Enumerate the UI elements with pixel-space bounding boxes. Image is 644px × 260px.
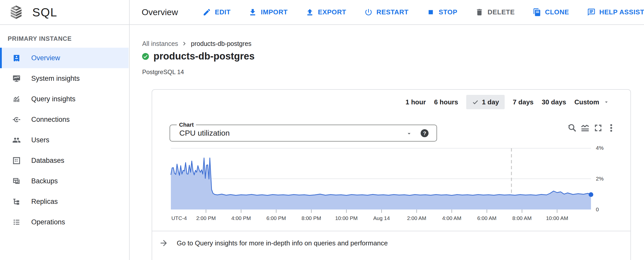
caret-down-icon bbox=[603, 99, 609, 105]
sidebar-item-replicas[interactable]: Replicas bbox=[0, 191, 129, 212]
more-vert-icon[interactable] bbox=[606, 123, 616, 133]
check-icon bbox=[472, 99, 479, 106]
latest-value-dot bbox=[589, 192, 593, 197]
time-range-label: 7 days bbox=[513, 98, 534, 106]
sidebar-item-query-insights[interactable]: Query insights bbox=[0, 89, 129, 109]
y-axis-tick-label: 4% bbox=[596, 145, 604, 151]
time-range-label: 30 days bbox=[542, 98, 566, 106]
time-range-tabs: 1 hour6 hours1 day7 days30 daysCustom bbox=[406, 95, 609, 109]
action-label: HELP ASSISTANT bbox=[599, 8, 644, 16]
trash-icon bbox=[475, 8, 484, 16]
x-axis-tick-label: 8:00 AM bbox=[512, 215, 532, 221]
sidebar-item-system-insights[interactable]: System insights bbox=[0, 68, 129, 89]
x-axis-tick-label: 2:00 PM bbox=[196, 215, 216, 221]
cloud-sql-console: SQL Overview EDITIMPORTEXPORTRESTARTSTOP… bbox=[0, 0, 644, 260]
timezone-label: UTC-4 bbox=[171, 215, 187, 221]
time-range-label: 6 hours bbox=[434, 98, 458, 106]
chart-toolbar bbox=[567, 123, 616, 133]
product-home-link[interactable]: SQL bbox=[0, 0, 130, 24]
chart-metric-select[interactable]: Chart CPU utilization ? bbox=[170, 125, 437, 142]
cpu-utilization-chart[interactable] bbox=[171, 148, 591, 213]
x-axis-tick-label: 10:00 AM bbox=[546, 215, 568, 221]
sidebar-item-label: Connections bbox=[31, 116, 70, 124]
sidebar-item-label: Query insights bbox=[31, 95, 76, 103]
chevron-right-icon bbox=[181, 40, 188, 47]
x-axis-tick-label: 6:00 PM bbox=[266, 215, 286, 221]
card-divider bbox=[152, 231, 630, 231]
x-axis-tick-label: 10:00 PM bbox=[335, 215, 358, 221]
time-range-1-day[interactable]: 1 day bbox=[466, 95, 505, 109]
area-chart-icon[interactable] bbox=[580, 123, 590, 133]
instance-title-row: products-db-postgres bbox=[141, 51, 255, 62]
action-label: CLONE bbox=[545, 8, 569, 16]
sidebar-item-users[interactable]: Users bbox=[0, 130, 129, 150]
pencil-icon bbox=[203, 8, 211, 16]
query-insights-link[interactable]: Go to Query insights for more in-depth i… bbox=[177, 239, 388, 247]
caret-down-icon bbox=[406, 130, 412, 137]
fullscreen-icon[interactable] bbox=[593, 123, 603, 133]
sidebar-item-label: System insights bbox=[31, 75, 80, 83]
stop-icon bbox=[427, 8, 435, 16]
main-content: All instances products-db-postgres produ… bbox=[130, 25, 644, 260]
sidebar-item-label: Databases bbox=[31, 157, 64, 165]
chart-select-label: Chart bbox=[177, 122, 196, 128]
y-axis-labels: 02%4% bbox=[596, 148, 621, 209]
sidebar-item-label: Replicas bbox=[31, 198, 58, 206]
delete-button[interactable]: DELETE bbox=[475, 8, 515, 16]
chart-select-value: CPU utilization bbox=[179, 129, 230, 137]
action-label: DELETE bbox=[487, 8, 515, 16]
clone-button[interactable]: CLONE bbox=[533, 8, 569, 16]
instance-title: products-db-postgres bbox=[153, 51, 255, 62]
time-range-1-hour[interactable]: 1 hour bbox=[406, 95, 426, 109]
time-range-label: 1 hour bbox=[406, 98, 426, 106]
sidebar-item-overview[interactable]: Overview bbox=[0, 48, 129, 68]
breadcrumb-all-instances[interactable]: All instances bbox=[142, 40, 178, 47]
chart-plot[interactable] bbox=[171, 148, 591, 213]
sidebar-item-label: Backups bbox=[31, 177, 58, 185]
time-range-30-days[interactable]: 30 days bbox=[542, 95, 566, 109]
export-button[interactable]: EXPORT bbox=[306, 8, 346, 16]
replicas-icon bbox=[12, 197, 21, 206]
x-axis-labels: UTC-42:00 PM4:00 PM6:00 PM8:00 PM10:00 P… bbox=[171, 215, 591, 223]
help-icon[interactable]: ? bbox=[420, 128, 429, 138]
time-range-6-hours[interactable]: 6 hours bbox=[434, 95, 458, 109]
import-button[interactable]: IMPORT bbox=[248, 8, 288, 16]
breadcrumb-current: products-db-postgres bbox=[191, 40, 251, 47]
databases-icon bbox=[12, 156, 21, 165]
engine-version: PostgreSQL 14 bbox=[142, 68, 184, 76]
sidebar-item-label: Overview bbox=[31, 54, 60, 62]
sidebar-item-connections[interactable]: Connections bbox=[0, 109, 129, 130]
action-label: RESTART bbox=[377, 8, 409, 16]
y-axis-tick-label: 0 bbox=[596, 206, 599, 213]
time-range-custom[interactable]: Custom bbox=[574, 95, 609, 109]
zoom-reset-icon[interactable] bbox=[567, 123, 577, 133]
restart-icon bbox=[364, 8, 373, 16]
instance-overview-icon bbox=[12, 54, 21, 62]
stop-button[interactable]: STOP bbox=[427, 8, 458, 16]
clone-icon bbox=[533, 8, 541, 16]
help-assistant-button[interactable]: HELP ASSISTANT bbox=[587, 8, 644, 16]
sidebar-item-backups[interactable]: Backups bbox=[0, 171, 129, 191]
metrics-card: 1 hour6 hours1 day7 days30 daysCustom Ch… bbox=[152, 89, 631, 260]
status-check-circle-icon bbox=[141, 52, 150, 61]
page-title: Overview bbox=[142, 7, 178, 17]
time-range-7-days[interactable]: 7 days bbox=[513, 95, 534, 109]
query-insights-link-row[interactable]: Go to Query insights for more in-depth i… bbox=[159, 236, 388, 250]
action-label: EDIT bbox=[215, 8, 231, 16]
edit-button[interactable]: EDIT bbox=[203, 8, 231, 16]
sidebar-item-operations[interactable]: Operations bbox=[0, 212, 129, 232]
time-range-label: Custom bbox=[574, 98, 599, 106]
x-axis-tick-label: 4:00 AM bbox=[442, 215, 461, 221]
svg-text:?: ? bbox=[423, 130, 426, 136]
query-insights-icon bbox=[12, 95, 21, 103]
breadcrumb: All instances products-db-postgres bbox=[142, 40, 252, 47]
header-actions: EDITIMPORTEXPORTRESTARTSTOPDELETECLONEHE… bbox=[203, 8, 644, 16]
sidebar-nav-list: OverviewSystem insightsQuery insightsCon… bbox=[0, 48, 129, 232]
x-axis-tick-label: 4:00 PM bbox=[231, 215, 251, 221]
sidebar-item-label: Users bbox=[31, 136, 49, 144]
sidebar-item-databases[interactable]: Databases bbox=[0, 150, 129, 171]
backups-icon bbox=[12, 177, 21, 185]
time-range-label: 1 day bbox=[482, 98, 499, 106]
restart-button[interactable]: RESTART bbox=[364, 8, 409, 16]
action-label: STOP bbox=[439, 8, 458, 16]
